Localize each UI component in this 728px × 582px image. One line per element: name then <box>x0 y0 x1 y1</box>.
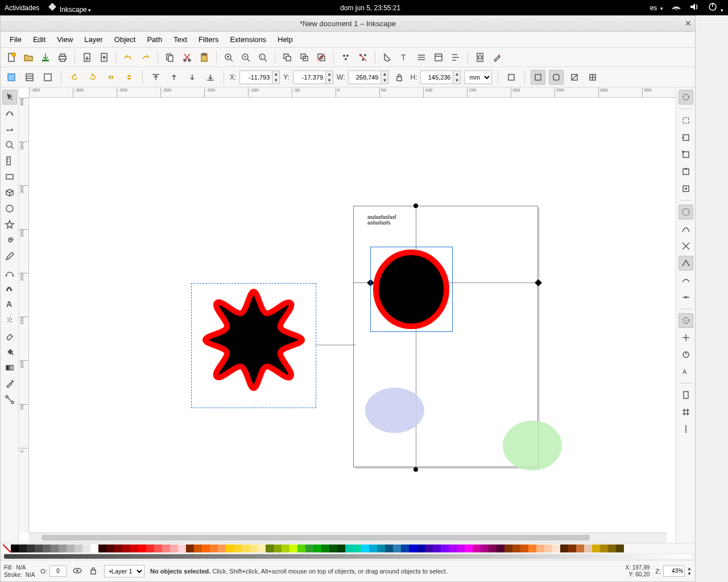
color-swatch[interactable] <box>98 544 106 552</box>
color-swatch[interactable] <box>27 544 35 552</box>
color-swatch[interactable] <box>441 544 449 552</box>
zoom-control[interactable]: Z: ▲▼ <box>655 566 692 577</box>
color-swatch[interactable] <box>226 544 234 552</box>
snap-nodes-toggle[interactable] <box>679 205 693 219</box>
color-swatch[interactable] <box>385 544 393 552</box>
redo-button[interactable] <box>138 50 153 65</box>
opacity-control[interactable]: O: <box>40 566 67 577</box>
raise-to-top-button[interactable] <box>148 70 163 85</box>
color-swatch[interactable] <box>43 544 51 552</box>
undo-button[interactable] <box>121 50 136 65</box>
clone-button[interactable] <box>297 50 312 65</box>
ungroup-button[interactable] <box>355 50 370 65</box>
color-swatch[interactable] <box>608 544 616 552</box>
layers-dialog-button[interactable] <box>414 50 429 65</box>
color-swatch[interactable] <box>576 544 584 552</box>
color-swatch[interactable] <box>417 544 425 552</box>
scrollbar-horizontal[interactable] <box>29 533 667 543</box>
color-swatch[interactable] <box>504 544 512 552</box>
menu-filters[interactable]: Filters <box>193 33 224 46</box>
calligraphy-tool[interactable] <box>2 281 17 296</box>
measure-tool[interactable] <box>2 153 17 168</box>
color-swatch[interactable] <box>297 544 305 552</box>
color-swatch[interactable] <box>560 544 568 552</box>
lower-to-bottom-button[interactable] <box>203 70 218 85</box>
color-swatch[interactable] <box>544 544 552 552</box>
w-spin[interactable]: ▲▼ <box>348 70 388 84</box>
color-swatch[interactable] <box>528 544 536 552</box>
x-spin[interactable]: ▲▼ <box>239 70 280 84</box>
color-swatch[interactable] <box>194 544 202 552</box>
ellipse-tool[interactable] <box>2 201 17 216</box>
color-swatch[interactable] <box>512 544 520 552</box>
color-swatch[interactable] <box>218 544 226 552</box>
color-swatch[interactable] <box>449 544 457 552</box>
y-spin[interactable]: ▲▼ <box>293 70 333 84</box>
rectangle-tool[interactable] <box>2 169 17 184</box>
color-swatch[interactable] <box>409 544 417 552</box>
pencil-tool[interactable] <box>2 249 17 264</box>
window-close-button[interactable]: ✕ <box>685 19 692 28</box>
raise-button[interactable] <box>167 70 181 85</box>
color-swatch[interactable] <box>67 544 75 552</box>
snap-center-toggle[interactable] <box>679 330 693 345</box>
snap-grid-toggle[interactable] <box>679 405 693 419</box>
connector-tool[interactable] <box>2 392 17 407</box>
color-swatch[interactable] <box>425 544 433 552</box>
green-ellipse-object[interactable] <box>501 419 564 473</box>
activities-button[interactable]: Actividades <box>5 4 39 12</box>
snap-bbox-center-toggle[interactable] <box>679 181 693 196</box>
color-swatch[interactable] <box>353 544 361 552</box>
transform-stroke-button[interactable] <box>504 70 519 85</box>
zoom-out-button[interactable] <box>238 50 253 65</box>
color-swatch[interactable] <box>242 544 250 552</box>
color-palette[interactable] <box>1 543 695 553</box>
color-swatch[interactable] <box>401 544 409 552</box>
color-swatch[interactable] <box>568 544 576 552</box>
flip-horizontal-button[interactable] <box>104 70 118 85</box>
color-swatch[interactable] <box>162 544 170 552</box>
ruler-vertical[interactable]: 400350300250200150100500 <box>19 98 29 533</box>
blue-ellipse-object[interactable] <box>363 385 426 436</box>
color-swatch[interactable] <box>130 544 138 552</box>
flip-vertical-button[interactable] <box>122 70 136 85</box>
color-swatch[interactable] <box>210 544 218 552</box>
menu-view[interactable]: View <box>51 33 78 46</box>
move-gradient-toggle[interactable] <box>567 70 582 85</box>
zoom-tool[interactable] <box>2 138 17 152</box>
spray-tool[interactable] <box>2 313 17 327</box>
snap-text-toggle[interactable]: A <box>679 364 693 379</box>
open-button[interactable] <box>21 50 36 65</box>
layer-selector[interactable]: •Layer 1 <box>104 565 144 577</box>
color-swatch[interactable] <box>90 544 98 552</box>
unit-select[interactable]: mm <box>464 70 492 84</box>
paint-bucket-tool[interactable] <box>2 344 17 359</box>
cut-button[interactable] <box>180 50 195 65</box>
snap-path-toggle[interactable] <box>679 222 693 236</box>
no-color-swatch[interactable] <box>3 544 11 552</box>
dropper-tool[interactable] <box>2 376 17 391</box>
rotate-ccw-button[interactable] <box>67 70 82 85</box>
menu-file[interactable]: File <box>4 33 27 46</box>
3dbox-tool[interactable] <box>2 185 17 200</box>
network-icon[interactable] <box>671 2 681 14</box>
guide-anchor[interactable] <box>413 203 418 208</box>
color-swatch[interactable] <box>489 544 497 552</box>
snap-smooth-toggle[interactable] <box>679 273 693 288</box>
zoom-fit-button[interactable]: 1 <box>255 50 270 65</box>
color-swatch[interactable] <box>266 544 274 552</box>
snap-bbox-corner-toggle[interactable] <box>679 147 693 162</box>
color-swatch[interactable] <box>258 544 266 552</box>
color-swatch[interactable] <box>59 544 67 552</box>
color-swatch[interactable] <box>170 544 178 552</box>
snap-guide-toggle[interactable] <box>679 422 693 436</box>
keyboard-layout-indicator[interactable]: es ▾ <box>650 4 663 12</box>
fill-stroke-indicator[interactable]: Fill:N/A Stroke:N/A <box>4 564 35 579</box>
duplicate-button[interactable] <box>280 50 295 65</box>
color-swatch[interactable] <box>138 544 146 552</box>
color-swatch[interactable] <box>433 544 441 552</box>
import-button[interactable] <box>80 50 94 65</box>
scale-corners-toggle[interactable] <box>549 70 564 85</box>
color-swatch[interactable] <box>313 544 321 552</box>
copy-button[interactable] <box>163 50 177 65</box>
